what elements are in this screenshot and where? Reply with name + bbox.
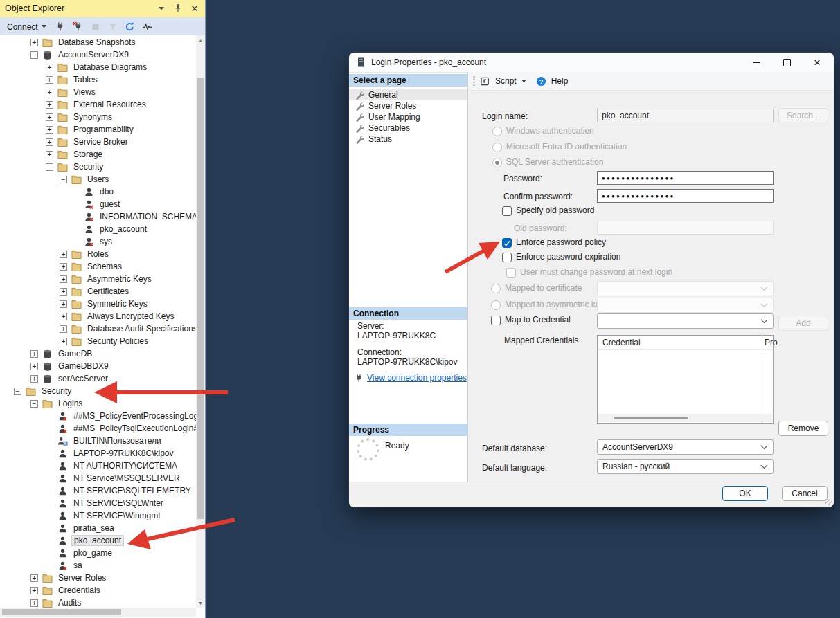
view-connection-properties-link[interactable]: View connection properties bbox=[367, 373, 467, 383]
tree-item-laptop-97rukk8c-kipov[interactable]: LAPTOP-97RUKK8C\kipov bbox=[0, 447, 196, 460]
map-to-credential-combo[interactable] bbox=[597, 313, 774, 329]
search-button[interactable]: Search... bbox=[778, 108, 828, 122]
tree-item-security-policies[interactable]: +Security Policies bbox=[0, 335, 196, 347]
close-icon[interactable]: ✕ bbox=[189, 3, 200, 14]
tree-item-views[interactable]: +Views bbox=[0, 86, 196, 98]
tree-item-nt-authority[interactable]: NT AUTHORITY\СИСТЕМА bbox=[0, 460, 196, 472]
expand-plus-icon[interactable]: + bbox=[60, 251, 67, 258]
expand-plus-icon[interactable]: + bbox=[60, 275, 67, 283]
expand-plus-icon[interactable]: + bbox=[46, 126, 53, 134]
refresh-icon[interactable] bbox=[125, 21, 136, 33]
enforce-password-expiration-checkbox[interactable] bbox=[502, 253, 512, 262]
tree-item-schemas[interactable]: +Schemas bbox=[0, 260, 196, 273]
grid-scroll-thumb[interactable] bbox=[614, 417, 688, 419]
expand-plus-icon[interactable]: + bbox=[46, 76, 53, 84]
map-to-credential-checkbox[interactable] bbox=[491, 316, 501, 325]
expand-plus-icon[interactable]: + bbox=[60, 263, 67, 271]
close-button[interactable]: ✕ bbox=[802, 53, 832, 72]
tree-item-pko-game[interactable]: pko_game bbox=[0, 547, 196, 559]
default-database-combo[interactable]: AccountServerDX9 bbox=[597, 439, 774, 455]
tree-item-piratia-sea[interactable]: piratia_sea bbox=[0, 522, 196, 534]
tree-item-builtin[interactable]: BUILTIN\Пользователи bbox=[0, 435, 196, 447]
pin-icon[interactable] bbox=[172, 3, 184, 14]
tree-item-pko-account[interactable]: pko_account bbox=[0, 223, 196, 235]
tree-item-certificates[interactable]: +Certificates bbox=[0, 285, 196, 298]
tree-item-logins[interactable]: −Logins bbox=[0, 397, 196, 410]
expand-plus-icon[interactable]: + bbox=[30, 599, 38, 607]
confirm-password-input[interactable]: ●●●●●●●●●●●●●●● bbox=[597, 189, 774, 203]
tree-item-database-snapshots[interactable]: +Database Snapshots bbox=[0, 36, 196, 48]
expand-plus-icon[interactable]: + bbox=[60, 288, 67, 296]
tree-item-security[interactable]: −Security bbox=[0, 161, 196, 173]
cancel-button[interactable]: Cancel bbox=[782, 486, 828, 501]
expand-plus-icon[interactable]: + bbox=[30, 375, 38, 383]
expand-plus-icon[interactable]: + bbox=[60, 300, 67, 308]
resize-grip[interactable] bbox=[825, 499, 832, 505]
expand-plus-icon[interactable]: + bbox=[46, 151, 53, 158]
tree-item-information-schema[interactable]: INFORMATION_SCHEMA bbox=[0, 210, 196, 223]
filter-icon[interactable] bbox=[107, 21, 118, 33]
connect-button[interactable]: Connect bbox=[5, 21, 49, 33]
tree-item-credentials[interactable]: +Credentials bbox=[0, 584, 196, 597]
remove-button[interactable]: Remove bbox=[778, 421, 828, 436]
expand-plus-icon[interactable]: + bbox=[46, 89, 53, 96]
dialog-titlebar[interactable]: Login Properties - pko_account ✕ bbox=[349, 53, 834, 72]
tree-item-database-diagrams[interactable]: +Database Diagrams bbox=[0, 61, 196, 73]
expand-plus-icon[interactable]: + bbox=[46, 138, 53, 146]
login-name-input[interactable]: pko_account bbox=[597, 109, 774, 122]
expand-plus-icon[interactable]: + bbox=[46, 113, 53, 121]
expand-plus-icon[interactable]: + bbox=[60, 325, 67, 333]
tree-item-audits[interactable]: +Audits bbox=[0, 597, 196, 608]
tree-item-users[interactable]: −Users bbox=[0, 173, 196, 185]
tree-item-seraccserver[interactable]: +serAccServer bbox=[0, 372, 196, 385]
tree-item-dbo[interactable]: dbo bbox=[0, 185, 196, 198]
specify-old-password-checkbox[interactable] bbox=[502, 206, 512, 216]
expand-plus-icon[interactable]: + bbox=[30, 350, 38, 358]
page-item-general[interactable]: General bbox=[349, 89, 467, 100]
tree-item-tables[interactable]: +Tables bbox=[0, 73, 196, 86]
collapse-minus-icon[interactable]: − bbox=[30, 51, 38, 59]
tree-item-symmetric-keys[interactable]: +Symmetric Keys bbox=[0, 298, 196, 310]
expand-plus-icon[interactable]: + bbox=[30, 39, 38, 46]
tree-item-accountserverdx9[interactable]: −AccountServerDX9 bbox=[0, 48, 196, 61]
window-position-chevron-icon[interactable] bbox=[156, 3, 167, 14]
tree-item-##ms-policyeventprocessinglog[interactable]: ##MS_PolicyEventProcessingLog bbox=[0, 410, 196, 422]
ok-button[interactable]: OK bbox=[722, 486, 768, 501]
tree-item-server-roles[interactable]: +Server Roles bbox=[0, 572, 196, 584]
expand-plus-icon[interactable]: + bbox=[30, 587, 38, 594]
expand-plus-icon[interactable]: + bbox=[30, 363, 38, 370]
page-item-status[interactable]: Status bbox=[349, 134, 467, 145]
page-item-user-mapping[interactable]: User Mapping bbox=[349, 111, 467, 122]
tree-item-gamedb[interactable]: +GameDB bbox=[0, 347, 196, 360]
expand-plus-icon[interactable]: + bbox=[30, 574, 38, 582]
enforce-password-policy-checkbox[interactable] bbox=[502, 238, 512, 248]
tree-item-nt-service-sqlwriter[interactable]: NT SERVICE\SQLWriter bbox=[0, 497, 196, 509]
tree-item-sys[interactable]: sys bbox=[0, 235, 196, 248]
tree-item-synonyms[interactable]: +Synonyms bbox=[0, 111, 196, 123]
horizontal-scroll-thumb[interactable] bbox=[2, 609, 121, 615]
tree-item-service-broker[interactable]: +Service Broker bbox=[0, 136, 196, 148]
tree-item-roles[interactable]: +Roles bbox=[0, 248, 196, 260]
expand-plus-icon[interactable]: + bbox=[60, 338, 67, 345]
tree-item-nt-service-sqltelemetry[interactable]: NT SERVICE\SQLTELEMETRY bbox=[0, 484, 196, 497]
entra-auth-radio[interactable] bbox=[492, 143, 502, 152]
tree-item-nt-service-winmgmt[interactable]: NT SERVICE\Winmgmt bbox=[0, 509, 196, 522]
page-item-server-roles[interactable]: Server Roles bbox=[349, 100, 467, 111]
maximize-button[interactable] bbox=[771, 53, 802, 72]
tree-item-always-encrypted-keys[interactable]: +Always Encrypted Keys bbox=[0, 310, 196, 322]
mapped-certificate-radio[interactable] bbox=[491, 284, 501, 293]
chevron-down-icon[interactable] bbox=[521, 80, 527, 83]
windows-auth-radio[interactable] bbox=[492, 127, 502, 136]
tree-item-gamedbdx9[interactable]: +GameDBDX9 bbox=[0, 360, 196, 372]
tree-item-pko-account[interactable]: pko_account bbox=[0, 534, 196, 547]
collapse-minus-icon[interactable]: − bbox=[30, 400, 38, 408]
minimize-button[interactable] bbox=[741, 53, 771, 72]
tree-horizontal-scrollbar[interactable] bbox=[0, 608, 196, 617]
grid-horizontal-scrollbar[interactable] bbox=[598, 414, 772, 422]
tree-vertical-scrollbar[interactable]: ▲ ▼ bbox=[196, 35, 205, 608]
tree-item-##ms-policytsqlexecutionlogin#[interactable]: ##MS_PolicyTsqlExecutionLogin# bbox=[0, 422, 196, 435]
tree-item-security[interactable]: −Security bbox=[0, 385, 196, 397]
activity-monitor-icon[interactable] bbox=[142, 21, 153, 33]
expand-plus-icon[interactable]: + bbox=[46, 64, 53, 71]
expand-plus-icon[interactable]: + bbox=[60, 313, 67, 320]
